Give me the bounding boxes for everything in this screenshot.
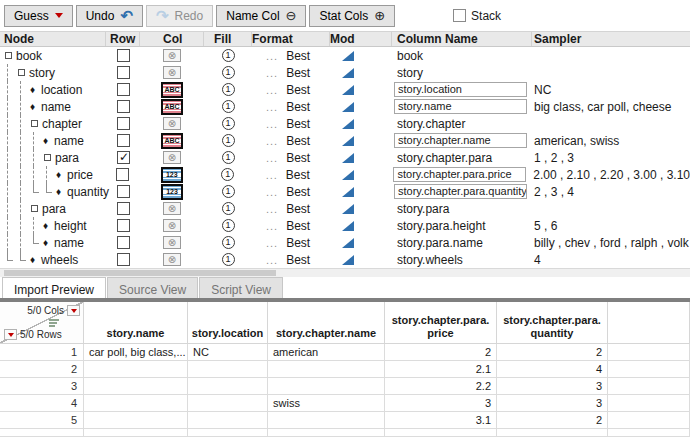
node-label[interactable]: book [16, 49, 42, 63]
fill-once-icon[interactable]: 1 [222, 202, 235, 215]
character-col-icon[interactable]: ABC [161, 99, 183, 115]
format-value[interactable]: Best [286, 219, 310, 233]
format-cell[interactable]: ...Best [252, 236, 330, 250]
format-value[interactable]: Best [286, 151, 310, 165]
fill-once-icon[interactable]: 1 [222, 66, 235, 79]
excluded-col-icon[interactable]: ⊗ [163, 151, 181, 164]
continuous-modeling-type-icon[interactable] [342, 68, 354, 78]
format-value[interactable]: Best [286, 236, 310, 250]
continuous-modeling-type-icon[interactable] [342, 238, 354, 248]
format-value[interactable]: Best [286, 202, 310, 216]
format-value[interactable]: Best [286, 117, 310, 131]
tree-row[interactable]: ♦price1231...Beststory.chapter.para.pric… [0, 166, 690, 183]
node-label[interactable]: price [67, 168, 93, 182]
numeric-col-icon[interactable]: 123 [161, 167, 183, 183]
column-name-input[interactable]: story.chapter.para.quantity [394, 184, 527, 199]
node-label[interactable]: location [41, 83, 82, 97]
format-value[interactable]: Best [286, 168, 310, 182]
continuous-modeling-type-icon[interactable] [342, 102, 354, 112]
columns-menu-button[interactable] [67, 305, 80, 316]
tree-row[interactable]: para⊗1...Beststory.chapter.para1 , 2 , 3 [0, 149, 690, 166]
continuous-modeling-type-icon[interactable] [342, 204, 354, 214]
tree-row[interactable]: ♦nameABC1...Beststory.chapter.nameameric… [0, 132, 690, 149]
format-cell[interactable]: ...Best [252, 83, 330, 97]
undo-button[interactable]: Undo ↶ [76, 5, 143, 27]
tree-row[interactable]: ♦nameABC1...Beststory.namebig class, car… [0, 98, 690, 115]
row-number-cell[interactable]: 5 [0, 412, 84, 429]
excluded-col-icon[interactable]: ⊗ [163, 236, 181, 249]
row-number-cell[interactable]: 4 [0, 395, 84, 412]
column-name-input[interactable]: story.chapter.name [394, 133, 527, 148]
format-cell[interactable]: ...Best [252, 168, 330, 182]
row-checkbox[interactable] [117, 151, 130, 164]
fill-once-icon[interactable]: 1 [222, 49, 235, 62]
format-cell[interactable]: ...Best [252, 100, 330, 114]
row-checkbox[interactable] [117, 236, 130, 249]
row-checkbox[interactable] [117, 100, 130, 113]
format-cell[interactable]: ...Best [252, 49, 330, 63]
row-checkbox[interactable] [117, 253, 130, 266]
column-header[interactable]: story.chapter.para.price [385, 302, 497, 344]
fill-once-icon[interactable]: 1 [222, 253, 235, 266]
fill-once-icon[interactable]: 1 [222, 219, 235, 232]
node-label[interactable]: name [41, 100, 71, 114]
column-header[interactable]: story.chapter.para.quantity [497, 302, 608, 344]
format-cell[interactable]: ...Best [252, 66, 330, 80]
fill-once-icon[interactable]: 1 [222, 83, 235, 96]
continuous-modeling-type-icon[interactable] [342, 153, 354, 163]
excluded-col-icon[interactable]: ⊗ [163, 49, 181, 62]
tree-row[interactable]: chapter⊗1...Beststory.chapter [0, 115, 690, 132]
row-checkbox[interactable] [117, 134, 130, 147]
format-value[interactable]: Best [286, 185, 310, 199]
tree-row[interactable]: ♦locationABC1...Beststory.locationNC [0, 81, 690, 98]
continuous-modeling-type-icon[interactable] [342, 119, 354, 129]
format-cell[interactable]: ...Best [252, 134, 330, 148]
format-value[interactable]: Best [286, 100, 310, 114]
fill-once-icon[interactable]: 1 [222, 134, 235, 147]
continuous-modeling-type-icon[interactable] [342, 187, 354, 197]
continuous-modeling-type-icon[interactable] [342, 51, 354, 61]
column-name-input[interactable]: story.location [394, 82, 527, 97]
tree-row[interactable]: ♦height⊗1...Beststory.para.height5 , 6 [0, 217, 690, 234]
node-label[interactable]: chapter [42, 117, 82, 131]
row-checkbox[interactable] [117, 219, 130, 232]
node-label[interactable]: name [54, 236, 84, 250]
row-checkbox[interactable] [117, 83, 130, 96]
excluded-col-icon[interactable]: ⊗ [163, 219, 181, 232]
format-value[interactable]: Best [286, 253, 310, 267]
tree-row[interactable]: book⊗1...Bestbook [0, 47, 690, 64]
tab-script-view[interactable]: Script View [199, 277, 283, 298]
node-label[interactable]: para [42, 202, 66, 216]
tree-row[interactable]: para⊗1...Beststory.para [0, 200, 690, 217]
scrollbar-thumb[interactable] [4, 270, 276, 276]
column-name-input[interactable]: story.chapter.para.price [393, 167, 526, 182]
format-value[interactable]: Best [286, 49, 310, 63]
continuous-modeling-type-icon[interactable] [342, 255, 354, 265]
format-value[interactable]: Best [286, 66, 310, 80]
format-cell[interactable]: ...Best [252, 253, 330, 267]
rows-menu-button[interactable] [4, 329, 17, 340]
row-checkbox[interactable] [117, 202, 130, 215]
format-cell[interactable]: ...Best [252, 117, 330, 131]
continuous-modeling-type-icon[interactable] [342, 85, 354, 95]
fill-once-icon[interactable]: 1 [221, 168, 234, 181]
excluded-col-icon[interactable]: ⊗ [163, 253, 181, 266]
name-col-button[interactable]: Name Col ⊖ [216, 5, 306, 27]
tree-row[interactable]: ♦wheels⊗1...Beststory.wheels4 [0, 251, 690, 268]
column-header[interactable]: story.name [84, 302, 188, 344]
row-checkbox[interactable] [117, 49, 130, 62]
continuous-modeling-type-icon[interactable] [342, 221, 354, 231]
character-col-icon[interactable]: ABC [161, 82, 183, 98]
row-number-cell[interactable]: 2 [0, 361, 84, 378]
row-number-cell[interactable]: 1 [0, 344, 84, 361]
tree-row[interactable]: story⊗1...Beststory [0, 64, 690, 81]
tree-row[interactable]: ♦name⊗1...Beststory.para.namebilly , che… [0, 234, 690, 251]
redo-button[interactable]: ↷ Redo [146, 5, 213, 27]
tab-import-preview[interactable]: Import Preview [2, 277, 106, 298]
fill-once-icon[interactable]: 1 [222, 151, 235, 164]
numeric-col-icon[interactable]: 123 [161, 184, 183, 200]
node-label[interactable]: para [55, 151, 79, 165]
tab-source-view[interactable]: Source View [107, 277, 198, 298]
row-number-cell[interactable]: 3 [0, 378, 84, 395]
row-checkbox[interactable] [117, 185, 130, 198]
